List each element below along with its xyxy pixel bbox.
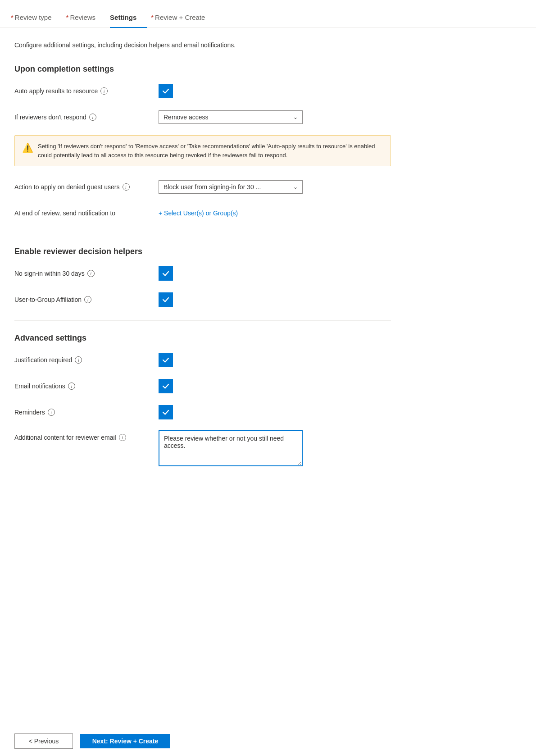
advanced-section: Advanced settings Justification required… [14, 333, 391, 468]
additional-content-label-text: Additional content for reviewer email [14, 434, 116, 441]
warning-text: Setting 'If reviewers don't respond' to … [38, 142, 383, 159]
bottom-nav: < Previous Next: Review + Create [0, 726, 536, 756]
action-denied-info-icon[interactable]: i [123, 183, 130, 191]
no-signin-label: No sign-in within 30 days i [14, 270, 159, 277]
if-no-respond-control: Remove access ⌄ [159, 110, 391, 124]
reminders-checkbox[interactable] [159, 405, 173, 419]
tab-review-create-req: * [151, 14, 154, 21]
user-group-label-text: User-to-Group Affiliation [14, 296, 82, 303]
justification-label: Justification required i [14, 356, 159, 364]
justification-row: Justification required i [14, 352, 391, 368]
auto-apply-control [159, 84, 391, 98]
reminders-info-icon[interactable]: i [48, 409, 55, 416]
reminders-label: Reminders i [14, 409, 159, 416]
decision-helpers-header: Enable reviewer decision helpers [14, 247, 391, 256]
decision-helpers-section: Enable reviewer decision helpers No sign… [14, 247, 391, 308]
no-signin-checkbox[interactable] [159, 266, 173, 281]
if-no-respond-select[interactable]: Remove access ⌄ [159, 110, 303, 124]
tab-settings[interactable]: Settings [110, 8, 147, 27]
upon-completion-header: Upon completion settings [14, 64, 391, 74]
tab-reviews-label: Reviews [70, 14, 95, 21]
email-notifications-info-icon[interactable]: i [68, 383, 75, 390]
email-notifications-row: Email notifications i [14, 378, 391, 394]
if-no-respond-label-text: If reviewers don't respond [14, 114, 86, 121]
reminders-row: Reminders i [14, 404, 391, 420]
send-notification-row: At end of review, send notification to +… [14, 205, 391, 221]
justification-control [159, 353, 391, 367]
action-denied-label: Action to apply on denied guest users i [14, 183, 159, 191]
no-signin-label-text: No sign-in within 30 days [14, 270, 85, 277]
user-group-control [159, 292, 391, 307]
auto-apply-label-text: Auto apply results to resource [14, 87, 98, 95]
page-description: Configure additional settings, including… [14, 41, 391, 50]
user-group-label: User-to-Group Affiliation i [14, 296, 159, 303]
action-denied-value: Block user from signing-in for 30 ... [164, 183, 261, 191]
next-button[interactable]: Next: Review + Create [80, 734, 170, 748]
auto-apply-row: Auto apply results to resource i [14, 83, 391, 99]
user-group-checkbox[interactable] [159, 292, 173, 307]
action-denied-row: Action to apply on denied guest users i … [14, 179, 391, 195]
divider-2 [14, 320, 391, 321]
additional-content-control: Please review whether or not you still n… [159, 430, 391, 468]
send-notification-control: + Select User(s) or Group(s) [159, 209, 391, 217]
if-no-respond-value: Remove access [164, 114, 209, 121]
no-signin-control [159, 266, 391, 281]
upon-completion-section: Upon completion settings Auto apply resu… [14, 64, 391, 221]
tab-review-type-req: * [11, 14, 14, 21]
advanced-header: Advanced settings [14, 333, 391, 343]
justification-info-icon[interactable]: i [75, 356, 82, 364]
additional-content-row: Additional content for reviewer email i … [14, 430, 391, 468]
send-notification-label: At end of review, send notification to [14, 209, 159, 217]
warning-box: ⚠️ Setting 'If reviewers don't respond' … [14, 135, 391, 166]
tab-review-type-label: Review type [15, 14, 52, 21]
send-notification-label-text: At end of review, send notification to [14, 209, 115, 217]
if-no-respond-chevron-icon: ⌄ [293, 114, 298, 120]
no-signin-info-icon[interactable]: i [87, 270, 95, 277]
user-group-row: User-to-Group Affiliation i [14, 291, 391, 308]
additional-content-info-icon[interactable]: i [119, 434, 126, 441]
tab-reviews[interactable]: * Reviews [66, 8, 107, 27]
user-group-info-icon[interactable]: i [84, 296, 91, 303]
tab-settings-label: Settings [110, 14, 136, 21]
wizard-tabs: * Review type * Reviews Settings * Revie… [0, 0, 536, 28]
email-notifications-control [159, 379, 391, 393]
email-notifications-checkbox[interactable] [159, 379, 173, 393]
action-denied-select[interactable]: Block user from signing-in for 30 ... ⌄ [159, 180, 303, 194]
tab-review-type[interactable]: * Review type [11, 8, 63, 27]
if-no-respond-row: If reviewers don't respond i Remove acce… [14, 109, 391, 125]
select-users-link[interactable]: + Select User(s) or Group(s) [159, 209, 238, 217]
reminders-label-text: Reminders [14, 409, 45, 416]
justification-checkbox[interactable] [159, 353, 173, 367]
email-notifications-label-text: Email notifications [14, 383, 65, 390]
divider-1 [14, 234, 391, 234]
tab-reviews-req: * [66, 14, 69, 21]
action-denied-control: Block user from signing-in for 30 ... ⌄ [159, 180, 391, 194]
action-denied-label-text: Action to apply on denied guest users [14, 183, 120, 191]
reminders-control [159, 405, 391, 419]
auto-apply-checkbox[interactable] [159, 84, 173, 98]
if-no-respond-info-icon[interactable]: i [89, 114, 96, 121]
page-content: Configure additional settings, including… [0, 28, 405, 532]
if-no-respond-label: If reviewers don't respond i [14, 114, 159, 121]
email-notifications-label: Email notifications i [14, 383, 159, 390]
justification-label-text: Justification required [14, 356, 72, 364]
tab-review-create[interactable]: * Review + Create [151, 8, 216, 27]
action-denied-chevron-icon: ⌄ [293, 184, 298, 190]
auto-apply-label: Auto apply results to resource i [14, 87, 159, 95]
previous-button[interactable]: < Previous [14, 733, 73, 749]
tab-review-create-label: Review + Create [155, 14, 205, 21]
warning-triangle-icon: ⚠️ [22, 142, 33, 153]
additional-content-textarea[interactable]: Please review whether or not you still n… [159, 430, 303, 466]
no-signin-row: No sign-in within 30 days i [14, 265, 391, 282]
auto-apply-info-icon[interactable]: i [100, 87, 108, 95]
additional-content-label: Additional content for reviewer email i [14, 434, 159, 441]
